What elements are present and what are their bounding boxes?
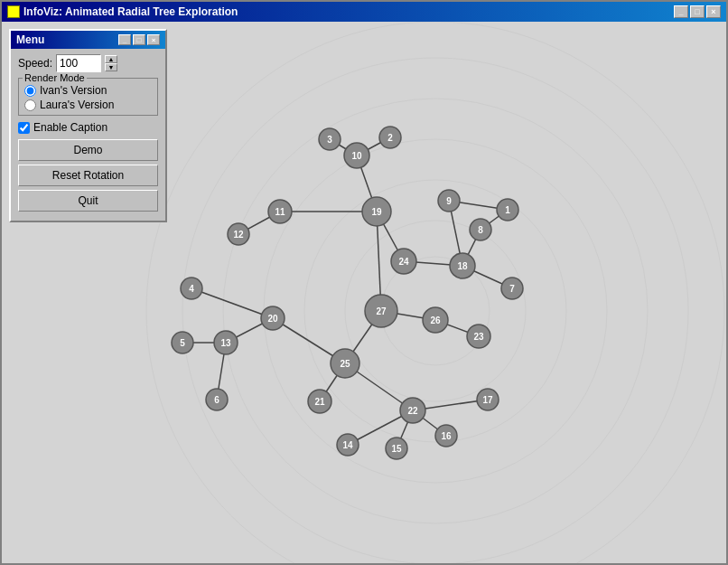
ivan-label[interactable]: Ivan's Version: [40, 84, 107, 97]
panel-title-bar: Menu _ □ ×: [11, 31, 165, 49]
svg-text:24: 24: [398, 257, 409, 267]
main-content: 2719252426101820132221231132981712456141…: [2, 22, 726, 563]
panel-title-bar-buttons: _ □ ×: [118, 34, 160, 45]
svg-text:2: 2: [387, 133, 393, 143]
panel-minimize-button[interactable]: _: [118, 34, 131, 45]
caption-label[interactable]: Enable Caption: [33, 121, 107, 134]
app-icon: [7, 5, 20, 18]
svg-text:17: 17: [482, 395, 493, 405]
caption-checkbox[interactable]: [18, 122, 30, 134]
ivan-radio-row: Ivan's Version: [24, 84, 152, 97]
window-title: InfoViz: Animated Radial Tree Exploratio…: [23, 5, 238, 18]
svg-text:23: 23: [473, 332, 484, 342]
title-bar: InfoViz: Animated Radial Tree Exploratio…: [2, 2, 726, 22]
spin-up-button[interactable]: ▲: [105, 55, 117, 63]
quit-button[interactable]: Quit: [18, 190, 158, 212]
svg-text:21: 21: [314, 397, 325, 407]
laura-label[interactable]: Laura's Version: [40, 99, 114, 111]
svg-text:16: 16: [441, 431, 452, 441]
svg-text:8: 8: [478, 225, 483, 235]
close-button[interactable]: ×: [706, 5, 721, 18]
svg-text:26: 26: [430, 315, 441, 325]
svg-text:11: 11: [275, 207, 285, 217]
svg-line-26: [191, 288, 273, 318]
demo-button[interactable]: Demo: [18, 139, 158, 161]
svg-text:20: 20: [267, 314, 278, 324]
control-panel: Menu _ □ × Speed: ▲ ▼: [9, 29, 167, 222]
panel-close-button[interactable]: ×: [147, 34, 160, 45]
laura-radio[interactable]: [24, 99, 36, 111]
render-mode-label: Render Mode: [23, 72, 87, 83]
spin-down-button[interactable]: ▼: [105, 63, 117, 71]
outer-window: InfoViz: Animated Radial Tree Exploratio…: [0, 0, 728, 565]
minimize-button[interactable]: _: [674, 5, 688, 18]
speed-spinner: ▲ ▼: [105, 55, 117, 71]
svg-text:9: 9: [446, 196, 452, 206]
speed-input[interactable]: [56, 54, 101, 72]
panel-maximize-button[interactable]: □: [133, 34, 145, 45]
laura-radio-row: Laura's Version: [24, 99, 152, 111]
speed-label: Speed:: [18, 57, 52, 70]
svg-text:12: 12: [233, 230, 244, 240]
svg-text:10: 10: [351, 151, 362, 161]
svg-text:5: 5: [180, 338, 185, 348]
svg-text:22: 22: [407, 406, 418, 416]
svg-text:27: 27: [376, 306, 387, 316]
svg-text:1: 1: [505, 205, 510, 215]
svg-point-6: [146, 22, 724, 563]
svg-text:4: 4: [189, 284, 194, 294]
svg-text:13: 13: [220, 338, 231, 348]
caption-checkbox-row: Enable Caption: [18, 121, 158, 134]
maximize-button[interactable]: □: [690, 5, 705, 18]
svg-text:7: 7: [509, 284, 515, 294]
svg-text:14: 14: [342, 440, 353, 450]
title-bar-buttons: _ □ ×: [674, 5, 721, 18]
reset-rotation-button[interactable]: Reset Rotation: [18, 165, 158, 186]
render-mode-group: Render Mode Ivan's Version Laura's Versi…: [18, 78, 158, 116]
svg-text:6: 6: [214, 395, 219, 405]
svg-text:25: 25: [340, 359, 350, 369]
svg-text:18: 18: [457, 261, 468, 271]
ivan-radio[interactable]: [24, 85, 36, 97]
panel-body: Speed: ▲ ▼ Render Mode Ivan's Version: [11, 49, 165, 221]
svg-text:15: 15: [391, 444, 402, 454]
svg-text:19: 19: [371, 207, 382, 217]
title-bar-left: InfoViz: Animated Radial Tree Exploratio…: [7, 5, 238, 18]
speed-row: Speed: ▲ ▼: [18, 54, 158, 72]
panel-title: Menu: [16, 33, 44, 46]
svg-text:3: 3: [327, 135, 332, 145]
